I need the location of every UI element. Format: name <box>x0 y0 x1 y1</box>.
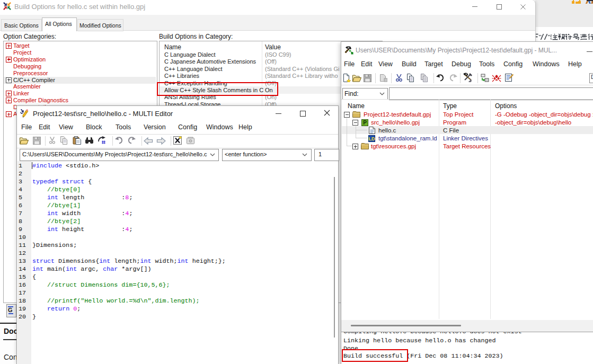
svg-text:LD: LD <box>369 136 375 141</box>
svg-text:P: P <box>363 120 367 126</box>
